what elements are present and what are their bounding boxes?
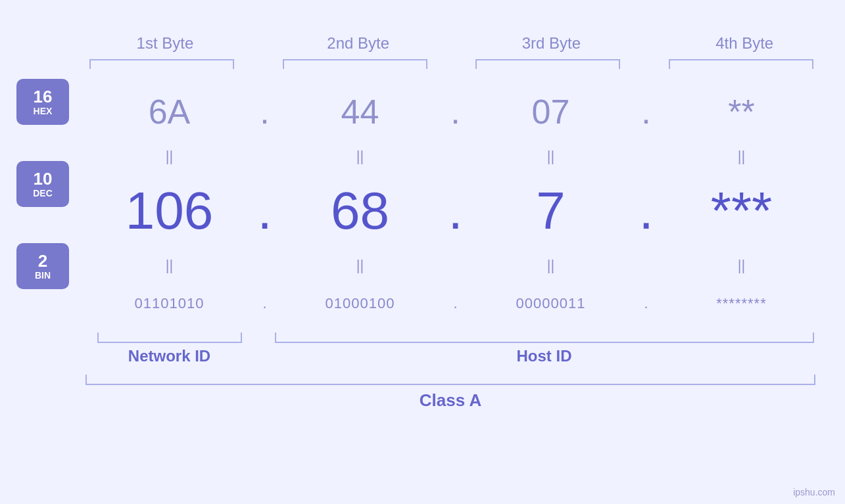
byte-2-header: 2nd Byte [279, 34, 437, 53]
byte-4-header: 4th Byte [665, 34, 823, 53]
host-id-label: Host ID [275, 347, 814, 365]
equals-sym-1-3: || [547, 148, 554, 165]
watermark: ipshu.com [793, 487, 835, 497]
hex-b4-cell: ** [663, 92, 821, 131]
bin-badge-num: 2 [38, 252, 47, 271]
dec-dot-2: . [448, 181, 462, 241]
class-section: Class A [85, 375, 815, 411]
dec-b1-value: 106 [126, 181, 213, 241]
hex-dot-2: . [450, 92, 460, 131]
byte-headers-row: 1st Byte 2nd Byte 3rd Byte 4th Byte [85, 34, 845, 56]
eq2-b4: || [663, 257, 821, 274]
bin-sep-2: . [439, 295, 472, 312]
hex-b3-cell: 07 [472, 92, 630, 131]
bin-b2-value: 01000100 [326, 295, 395, 312]
header-spacer [0, 0, 85, 59]
top-bracket-2 [283, 59, 427, 69]
eq1-b1: || [91, 148, 249, 165]
bin-b3-value: 00000011 [516, 295, 586, 312]
bin-values-row: 01101010 . 01000100 . 00000011 . *******… [85, 277, 845, 330]
page-container: 1st Byte 2nd Byte 3rd Byte 4th Byte 16 H… [0, 0, 845, 504]
bin-sep-1: . [249, 295, 281, 312]
byte-1-header: 1st Byte [86, 34, 244, 53]
hex-b2-cell: 44 [281, 92, 439, 131]
hex-badge: 16 HEX [16, 79, 69, 125]
dec-badge-label: DEC [33, 189, 53, 198]
network-id-label: Network ID [97, 347, 242, 365]
bin-sep-3: . [630, 295, 663, 312]
hex-b3-value: 07 [532, 92, 570, 131]
dec-values-row: 106 . 68 . 7 . *** [85, 168, 845, 254]
dec-sep-3: . [630, 181, 663, 241]
class-bracket [85, 375, 815, 385]
hex-values-row: 6A . 44 . 07 . ** [85, 79, 845, 145]
byte-headers-section: 1st Byte 2nd Byte 3rd Byte 4th Byte [85, 0, 845, 59]
eq1-b3: || [472, 148, 630, 165]
equals-sym-1-4: || [738, 148, 745, 165]
dec-b2-value: 68 [331, 181, 389, 241]
equals-sym-2-2: || [356, 257, 364, 274]
dec-dot-3: . [639, 181, 653, 241]
bin-b4-cell: ******** [663, 295, 821, 312]
hex-b4-value: ** [728, 92, 754, 131]
bin-badge-label: BIN [35, 271, 51, 281]
dec-b3-value: 7 [536, 181, 566, 241]
hex-sep-2: . [439, 92, 472, 131]
equals-sym-1-2: || [356, 148, 364, 165]
hex-sep-3: . [630, 92, 663, 131]
eq1-b4: || [663, 148, 821, 165]
top-brackets-row [85, 59, 845, 69]
bin-b1-value: 01101010 [135, 295, 205, 312]
dec-sep-2: . [439, 181, 472, 241]
hex-dot-3: . [641, 92, 650, 131]
bin-dot-2: . [453, 295, 457, 312]
dec-badge: 10 DEC [16, 161, 69, 207]
hex-sep-1: . [249, 92, 281, 131]
class-label: Class A [420, 390, 481, 411]
hex-b1-cell: 6A [91, 92, 249, 131]
top-bracket-1 [89, 59, 234, 69]
host-id-bracket [275, 332, 814, 343]
eq1-b2: || [281, 148, 439, 165]
dec-b1-cell: 106 [91, 181, 249, 241]
dec-b4-value: *** [711, 181, 772, 241]
dec-dot-1: . [257, 181, 272, 241]
dec-b2-cell: 68 [281, 181, 439, 241]
bin-b1-cell: 01101010 [91, 295, 249, 312]
equals-sym-2-1: || [166, 257, 173, 274]
eq2-b1: || [91, 257, 249, 274]
equals-sym-2-3: || [547, 257, 554, 274]
hex-b1-value: 6A [149, 92, 191, 131]
eq2-b3: || [472, 257, 630, 274]
equals-sym-1-1: || [166, 148, 173, 165]
hex-badge-num: 16 [34, 87, 53, 106]
dec-b4-cell: *** [663, 181, 821, 241]
data-grid: 6A . 44 . 07 . ** || [85, 59, 845, 504]
hex-b2-value: 44 [341, 92, 379, 131]
bin-b3-cell: 00000011 [472, 295, 630, 312]
top-bracket-4 [669, 59, 813, 69]
bin-dot-3: . [644, 295, 648, 312]
equals-sym-2-4: || [738, 257, 745, 274]
network-host-labels-row: Network ID Host ID [85, 347, 845, 365]
network-id-bracket [97, 332, 242, 343]
bin-dot-1: . [262, 295, 266, 312]
bin-badge: 2 BIN [16, 243, 69, 289]
bin-b2-cell: 01000100 [281, 295, 439, 312]
byte-3-header: 3rd Byte [472, 34, 630, 53]
dec-b3-cell: 7 [472, 181, 630, 241]
hex-badge-label: HEX [34, 106, 53, 116]
equals-row-1: || || || || [85, 145, 845, 168]
network-host-brackets-row [85, 332, 845, 343]
hex-dot-1: . [260, 92, 269, 131]
dec-badge-num: 10 [34, 170, 53, 189]
top-bracket-3 [475, 59, 620, 69]
bin-b4-value: ******** [716, 295, 767, 312]
base-labels-column: 16 HEX 10 DEC 2 BIN [0, 59, 85, 504]
equals-row-2: || || || || [85, 254, 845, 277]
eq2-b2: || [281, 257, 439, 274]
dec-sep-1: . [249, 181, 281, 241]
